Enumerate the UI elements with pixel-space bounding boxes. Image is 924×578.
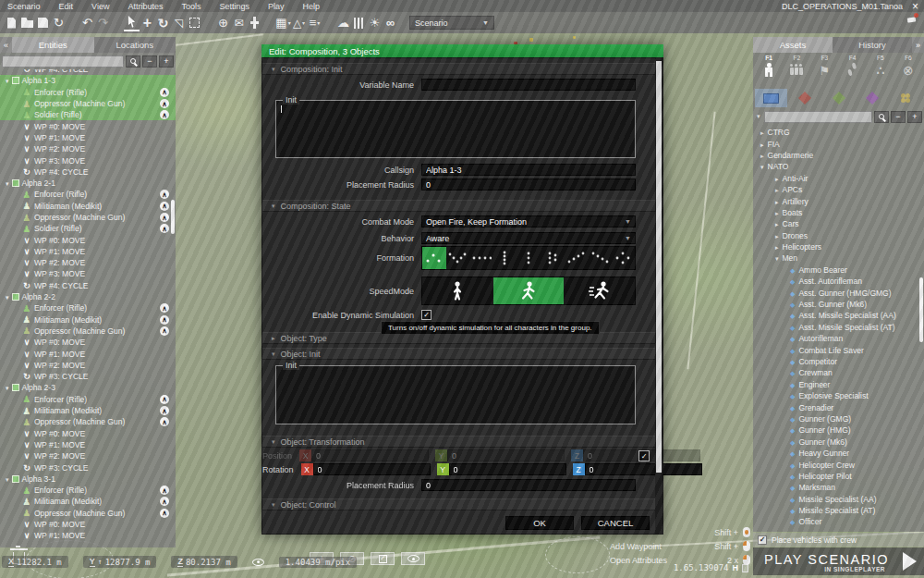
expander-icon[interactable]: [775, 253, 779, 263]
tree-row[interactable]: WP #4: CYCLE: [0, 166, 176, 178]
axis-input[interactable]: [313, 463, 431, 475]
asset-category-tab[interactable]: F3: [810, 54, 838, 87]
asset-row[interactable]: Cars: [753, 218, 924, 229]
tree-row[interactable]: WP #1: MOVE: [0, 530, 176, 541]
axis-input[interactable]: [585, 463, 702, 475]
asset-row[interactable]: Helicopter Crew: [753, 459, 924, 470]
asset-row[interactable]: Marksman: [753, 482, 924, 493]
tree-row[interactable]: Alpha 2-2: [0, 291, 176, 302]
expander-icon[interactable]: [6, 178, 9, 188]
formation-option[interactable]: [588, 247, 612, 269]
asset-row[interactable]: Engineer: [753, 379, 924, 390]
tree-row[interactable]: Soldier (Rifle): [0, 223, 176, 234]
menu-item[interactable]: Help: [303, 2, 321, 11]
speed-limited-option[interactable]: [422, 277, 493, 304]
expander-icon[interactable]: [760, 151, 764, 160]
remove-filter-button[interactable]: −: [142, 55, 157, 68]
menu-item[interactable]: Edit: [59, 2, 74, 11]
asset-category-tab[interactable]: F4: [839, 54, 867, 87]
menu-item[interactable]: Attributes: [128, 2, 163, 11]
asset-row[interactable]: Boats: [753, 207, 924, 218]
tree-row[interactable]: Enforcer (Rifle): [0, 394, 176, 405]
asset-row[interactable]: Grenadier: [753, 401, 924, 412]
expander-icon[interactable]: [760, 162, 764, 171]
tree-row[interactable]: WP #3: CYCLE: [0, 461, 176, 473]
search-button[interactable]: [874, 111, 889, 123]
toolbar-button[interactable]: [35, 14, 51, 31]
tree-row[interactable]: Enforcer (Rifle): [0, 302, 176, 314]
tree-row[interactable]: WP #3: CYCLE: [0, 371, 176, 382]
left-scrollbar-thumb[interactable]: [171, 200, 175, 234]
tree-row[interactable]: Oppressor (Machine Gun): [0, 416, 176, 427]
asset-row[interactable]: Gunner (Mk6): [753, 437, 924, 448]
asset-row[interactable]: Autorifleman: [753, 333, 924, 344]
toolbar-button[interactable]: [247, 14, 262, 31]
formation-option[interactable]: [469, 247, 493, 269]
tree-row[interactable]: WP #2: MOVE: [0, 450, 176, 461]
asset-row[interactable]: FIA: [753, 138, 924, 149]
tree-row[interactable]: WP #3: MOVE: [0, 268, 176, 279]
asset-row[interactable]: Asst. Gunner (Mk6): [753, 299, 924, 310]
combat-mode-dropdown[interactable]: Open Fire, Keep Formation ▼: [421, 215, 636, 228]
tree-row[interactable]: WP #4: CYCLE: [0, 280, 176, 291]
variable-name-input[interactable]: [421, 79, 636, 91]
toolbar-button[interactable]: [124, 14, 140, 31]
toolbar-button[interactable]: [140, 14, 155, 31]
expander-icon[interactable]: [775, 185, 779, 194]
menu-item[interactable]: Tools: [181, 2, 201, 11]
dynamic-simulation-checkbox[interactable]: [421, 310, 432, 320]
speed-normal-option[interactable]: [493, 277, 565, 304]
tree-row[interactable]: Militiaman (Medikit): [0, 314, 176, 326]
side-filter[interactable]: [755, 89, 787, 107]
axis-input[interactable]: [447, 449, 565, 461]
toolbar-button[interactable]: ▾: [307, 14, 322, 31]
tree-row[interactable]: WP #2: MOVE: [0, 143, 176, 154]
expander-icon[interactable]: [775, 174, 779, 183]
toolbar-button[interactable]: [155, 14, 171, 31]
toolbar-button[interactable]: [95, 14, 111, 31]
asset-row[interactable]: Officer: [753, 516, 924, 527]
menu-item[interactable]: Scenario: [7, 2, 41, 11]
toolbar-button[interactable]: [215, 14, 231, 31]
tree-row[interactable]: Enforcer (Rifle): [0, 485, 176, 496]
expander-icon[interactable]: [760, 140, 764, 149]
formation-option[interactable]: [493, 247, 517, 269]
toolbar-button[interactable]: ▾: [275, 14, 291, 31]
expander-icon[interactable]: [775, 242, 779, 252]
object-init-groupbox[interactable]: Init: [275, 365, 636, 424]
formation-option[interactable]: [612, 247, 636, 269]
expander-icon[interactable]: [775, 208, 779, 217]
menu-item[interactable]: Settings: [219, 2, 249, 11]
panel-tab[interactable]: Entities: [12, 37, 94, 53]
entity-search-input[interactable]: [2, 55, 124, 68]
asset-row[interactable]: APCs: [753, 184, 924, 195]
composition-init-groupbox[interactable]: Init: [275, 100, 636, 158]
asset-row[interactable]: Combat Life Saver: [753, 344, 924, 355]
placement-radius-input-2[interactable]: [421, 479, 636, 491]
tree-row[interactable]: Enforcer (Rifle): [0, 189, 176, 200]
asset-row[interactable]: Gendarmerie: [753, 150, 924, 161]
asset-category-tab[interactable]: F5: [867, 54, 894, 87]
dialog-title-bar[interactable]: Edit: Composition, 3 Objects: [261, 44, 663, 57]
menu-item[interactable]: View: [91, 2, 109, 11]
section-composition-state[interactable]: ▾ Composition: State: [262, 200, 657, 212]
asset-row[interactable]: Drones: [753, 230, 924, 241]
asset-row[interactable]: Helicopters: [753, 241, 924, 252]
asset-row[interactable]: Anti-Air: [753, 173, 924, 184]
toolbar-button[interactable]: [51, 14, 67, 31]
expander-icon[interactable]: [6, 383, 9, 392]
toolbar-button[interactable]: [19, 14, 35, 31]
position-ato-checkbox[interactable]: [638, 450, 650, 461]
asset-category-tab[interactable]: F2: [783, 54, 810, 87]
expander-icon[interactable]: [6, 292, 9, 301]
tree-row[interactable]: WP #3: MOVE: [0, 154, 176, 166]
tree-row[interactable]: Oppressor (Machine Gun): [0, 326, 176, 337]
toolbar-button[interactable]: [79, 14, 95, 31]
asset-row[interactable]: Competitor: [753, 356, 924, 367]
section-composition-init[interactable]: ▾ Composition: Init: [262, 63, 657, 75]
close-icon[interactable]: ×: [912, 2, 918, 11]
expander-icon[interactable]: [6, 76, 9, 85]
tree-row[interactable]: WP #2: MOVE: [0, 257, 176, 268]
formation-option[interactable]: [422, 247, 446, 269]
asset-search-input[interactable]: [764, 111, 872, 123]
